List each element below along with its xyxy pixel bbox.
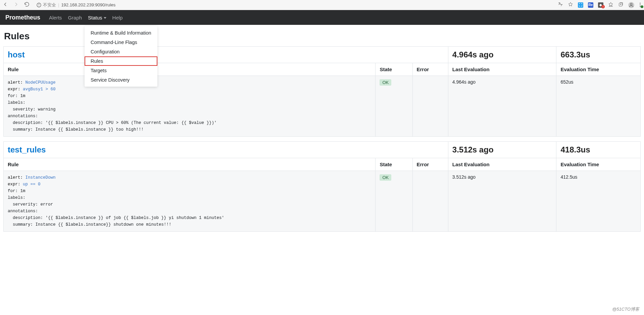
svg-point-2: [39, 6, 39, 6]
col-eval: Evaluation Time: [556, 158, 641, 171]
col-last: Last Evaluation: [448, 63, 556, 76]
nav-status[interactable]: Status Runtime & Build Information Comma…: [88, 15, 106, 20]
rule-eval: 412.5us: [556, 171, 641, 232]
ext-crop-icon[interactable]: ⛶: [578, 2, 583, 8]
svg-point-7: [630, 3, 632, 5]
rule-last: 4.964s ago: [448, 76, 556, 137]
rule-last: 3.512s ago: [448, 171, 556, 232]
col-eval: Evaluation Time: [556, 63, 641, 76]
ext-re-icon[interactable]: Re: [588, 2, 593, 8]
collections-icon[interactable]: [618, 2, 624, 8]
rule-columns-row: Rule State Error Last Evaluation Evaluat…: [4, 158, 641, 171]
status-dropdown: Runtime & Build Information Command-Line…: [85, 26, 157, 87]
expr-link[interactable]: avgBusy1 > 60: [23, 87, 56, 92]
brand-title[interactable]: Prometheus: [5, 14, 40, 21]
rule-group-last: 3.512s ago: [448, 142, 556, 158]
rule-group-header-row: test_rules 3.512s ago 418.3us: [4, 142, 641, 158]
status-menu-runtime[interactable]: Runtime & Build Information: [85, 28, 157, 38]
rule-group-name[interactable]: host: [8, 50, 25, 59]
browser-right-icons: ⛶ Re ◆1: [558, 2, 641, 8]
state-badge: OK: [380, 79, 391, 86]
ext-evernote-icon[interactable]: ◆1: [598, 2, 603, 8]
rule-group-last: 4.964s ago: [448, 47, 556, 63]
profile-avatar-icon[interactable]: [628, 2, 634, 8]
url-bar[interactable]: 不安全 | 192.168.202.239:9090/rules: [36, 2, 115, 8]
star-icon[interactable]: [568, 2, 573, 8]
col-error: Error: [412, 158, 448, 171]
caret-down-icon: [104, 17, 106, 19]
nav-graph[interactable]: Graph: [68, 15, 82, 20]
expr-link[interactable]: up == 0: [23, 182, 41, 187]
nav-alerts[interactable]: Alerts: [49, 15, 62, 20]
col-rule: Rule: [4, 158, 376, 171]
alert-name-link[interactable]: NodeCPUUsage: [26, 80, 56, 85]
insecure-badge: 不安全: [36, 2, 56, 8]
back-icon[interactable]: [3, 2, 8, 8]
reload-icon[interactable]: [24, 2, 30, 8]
url-separator: |: [58, 2, 59, 7]
alert-name-link[interactable]: InstanceDown: [26, 175, 56, 180]
rule-eval: 652us: [556, 76, 641, 137]
more-icon[interactable]: [639, 3, 641, 7]
status-menu-rules[interactable]: Rules: [85, 56, 157, 66]
status-menu-targets[interactable]: Targets: [85, 66, 157, 75]
browser-chrome: 不安全 | 192.168.202.239:9090/rules ⛶ Re ◆1: [0, 0, 644, 10]
rule-state: OK: [376, 171, 412, 232]
col-last: Last Evaluation: [448, 158, 556, 171]
rule-row: alert: InstanceDown expr: up == 0 for: 1…: [4, 171, 641, 232]
status-menu-service-discovery[interactable]: Service Discovery: [85, 75, 157, 85]
col-state: State: [376, 158, 412, 171]
status-menu-flags[interactable]: Command-Line Flags: [85, 38, 157, 47]
col-state: State: [376, 63, 412, 76]
rule-group-name[interactable]: test_rules: [8, 145, 46, 154]
rule-group-table: test_rules 3.512s ago 418.3us Rule State…: [3, 141, 641, 232]
status-menu-configuration[interactable]: Configuration: [85, 47, 157, 56]
col-error: Error: [412, 63, 448, 76]
app-navbar: Prometheus Alerts Graph Status Runtime &…: [0, 10, 644, 25]
rule-group-eval: 418.3us: [556, 142, 641, 158]
translate-icon[interactable]: [558, 2, 563, 8]
favorites-icon[interactable]: [608, 2, 613, 8]
rule-definition: alert: InstanceDown expr: up == 0 for: 1…: [4, 171, 376, 232]
browser-nav-icons: [3, 2, 30, 8]
rule-state: OK: [376, 76, 412, 137]
nav-status-label: Status: [88, 15, 102, 20]
rule-definition: alert: NodeCPUUsage expr: avgBusy1 > 60 …: [4, 76, 376, 137]
nav-help[interactable]: Help: [112, 15, 123, 20]
state-badge: OK: [380, 174, 391, 181]
rule-error: [412, 171, 448, 232]
forward-icon: [13, 2, 19, 8]
rule-error: [412, 76, 448, 137]
insecure-label: 不安全: [43, 2, 56, 8]
rule-group-eval: 663.3us: [556, 47, 641, 63]
url-text: 192.168.202.239:9090/rules: [61, 2, 115, 7]
col-rule: Rule: [4, 63, 376, 76]
